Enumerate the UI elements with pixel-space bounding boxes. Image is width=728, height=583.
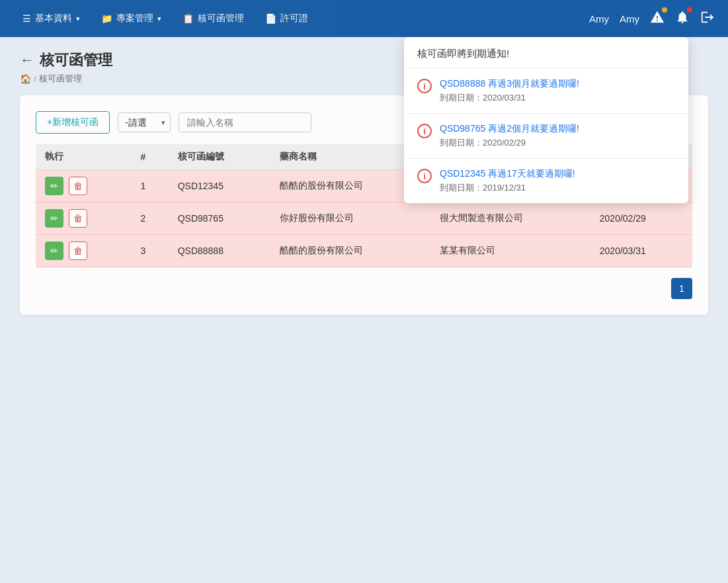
notif-title: QSD88888 再過3個月就要過期囉! — [440, 78, 579, 90]
notif-item[interactable]: i QSD88888 再過3個月就要過期囉! 到期日期：2020/03/31 — [404, 69, 688, 114]
notif-header: 核可函即將到期通知! — [404, 37, 688, 69]
notif-content: QSD98765 再過2個月就要過期囉! 到期日期：2020/02/29 — [440, 123, 579, 149]
notif-title: QSD98765 再過2個月就要過期囉! — [440, 123, 579, 135]
notification-popup: 核可函即將到期通知! i QSD88888 再過3個月就要過期囉! 到期日期：2… — [404, 37, 688, 203]
notif-items: i QSD88888 再過3個月就要過期囉! 到期日期：2020/03/31 i… — [404, 69, 688, 203]
notif-info-icon: i — [417, 169, 432, 183]
notif-info-icon: i — [417, 79, 432, 93]
notif-item[interactable]: i QSD98765 再過2個月就要過期囉! 到期日期：2020/02/29 — [404, 114, 688, 159]
notif-date: 到期日期：2020/02/29 — [440, 137, 579, 149]
notif-date: 到期日期：2019/12/31 — [440, 182, 575, 194]
notif-title: QSD12345 再過17天就要過期囉! — [440, 168, 575, 180]
notif-content: QSD12345 再過17天就要過期囉! 到期日期：2019/12/31 — [440, 168, 575, 194]
notif-info-icon: i — [417, 124, 432, 138]
notif-item[interactable]: i QSD12345 再過17天就要過期囉! 到期日期：2019/12/31 — [404, 159, 688, 203]
notif-date: 到期日期：2020/03/31 — [440, 92, 579, 104]
notif-content: QSD88888 再過3個月就要過期囉! 到期日期：2020/03/31 — [440, 78, 579, 104]
